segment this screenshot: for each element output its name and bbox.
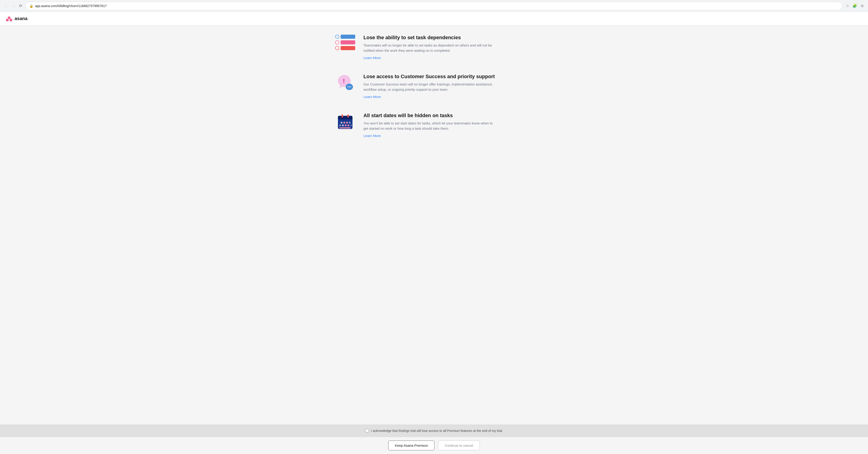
svg-point-8 (349, 86, 350, 87)
svg-rect-24 (339, 127, 351, 129)
svg-point-18 (349, 122, 351, 123)
svg-point-0 (8, 17, 10, 19)
feature-customer-success-description: Our Customer Success team will no longer… (364, 82, 495, 92)
bottom-bar: I acknowledge that Rodrigo trial will lo… (0, 425, 868, 454)
dep-bar-blue (341, 35, 355, 39)
svg-point-15 (341, 122, 342, 123)
check-circle-blue: ✓ (335, 35, 339, 39)
support-svg-icon: ! (336, 74, 354, 92)
acknowledgment-row: I acknowledge that Rodrigo trial will lo… (0, 425, 868, 437)
svg-point-22 (347, 124, 349, 126)
feature-start-dates-content: All start dates will be hidden on tasks … (364, 113, 532, 138)
browser-actions: ☆ 🧩 ⊙ (844, 3, 865, 9)
start-dates-icon (336, 113, 354, 131)
lock-icon: 🔒 (29, 4, 33, 8)
asana-logo-icon (5, 15, 13, 22)
dep-bar-red (341, 46, 355, 50)
svg-point-7 (347, 86, 348, 87)
svg-rect-13 (342, 114, 343, 118)
feature-customer-success-content: Lose access to Customer Success and prio… (364, 74, 532, 99)
feature-start-dates-title: All start dates will be hidden on tasks (364, 113, 532, 118)
app-header: asana (0, 12, 868, 26)
extensions-button[interactable]: 🧩 (851, 3, 858, 9)
dep-bar-pink (341, 40, 355, 45)
address-bar[interactable]: 🔒 app.asana.com/0/billing/churn/11668275… (26, 2, 842, 10)
feature-task-dependencies-description: Teammates will no longer be able to set … (364, 43, 495, 53)
asana-logo-text: asana (14, 16, 28, 21)
feature-task-dependencies-content: Lose the ability to set task dependencie… (364, 35, 532, 60)
url-text: app.asana.com/0/billing/churn/1166827579… (35, 4, 839, 8)
svg-point-2 (9, 19, 12, 22)
check-circle-pink: ○ (335, 40, 339, 45)
bookmark-button[interactable]: ☆ (844, 3, 851, 9)
keep-premium-button[interactable]: Keep Asana Premium (388, 441, 434, 450)
start-dates-learn-more[interactable]: Learn More (364, 134, 381, 138)
customer-success-icon: ! (336, 74, 354, 92)
svg-point-19 (339, 124, 341, 126)
feature-task-dependencies-title: Lose the ability to set task dependencie… (364, 35, 532, 40)
svg-text:!: ! (343, 78, 345, 85)
svg-rect-14 (347, 114, 349, 118)
main-content: ✓ ○ ○ Lose the abili (332, 26, 536, 179)
task-dependencies-icon: ✓ ○ ○ (336, 35, 354, 50)
feature-start-dates-description: You won't be able to set start dates for… (364, 121, 495, 131)
feature-customer-success-title: Lose access to Customer Success and prio… (364, 74, 532, 80)
refresh-button[interactable]: ⟳ (17, 3, 24, 9)
nav-buttons: ← → ⟳ (3, 3, 24, 9)
forward-button[interactable]: → (10, 3, 17, 9)
feature-start-dates: All start dates will be hidden on tasks … (336, 113, 532, 138)
browser-chrome: ← → ⟳ 🔒 app.asana.com/0/billing/churn/11… (0, 0, 868, 12)
task-dependencies-learn-more[interactable]: Learn More (364, 56, 381, 60)
svg-point-1 (6, 19, 9, 22)
svg-marker-4 (339, 85, 343, 89)
feature-customer-success: ! Lose access to Customer Success and pr… (336, 74, 532, 99)
calendar-svg-icon (336, 113, 354, 131)
back-button[interactable]: ← (3, 3, 9, 9)
svg-point-16 (343, 122, 345, 123)
continue-cancel-button[interactable]: Continue to cancel (438, 441, 479, 450)
support-icon-container: ! (336, 74, 354, 92)
svg-point-9 (350, 86, 351, 87)
acknowledgment-label[interactable]: I acknowledge that Rodrigo trial will lo… (371, 429, 503, 432)
svg-rect-12 (338, 118, 352, 119)
check-circle-red: ○ (335, 46, 339, 50)
svg-point-21 (345, 124, 347, 126)
action-row: Keep Asana Premium Continue to cancel (0, 437, 868, 454)
asana-logo[interactable]: asana (5, 15, 28, 22)
svg-point-17 (346, 122, 348, 123)
svg-point-20 (342, 124, 344, 126)
profile-button[interactable]: ⊙ (859, 3, 865, 9)
svg-point-23 (350, 124, 352, 126)
feature-task-dependencies: ✓ ○ ○ Lose the abili (336, 35, 532, 60)
customer-success-learn-more[interactable]: Learn More (364, 95, 381, 99)
acknowledgment-checkbox[interactable] (365, 429, 369, 432)
